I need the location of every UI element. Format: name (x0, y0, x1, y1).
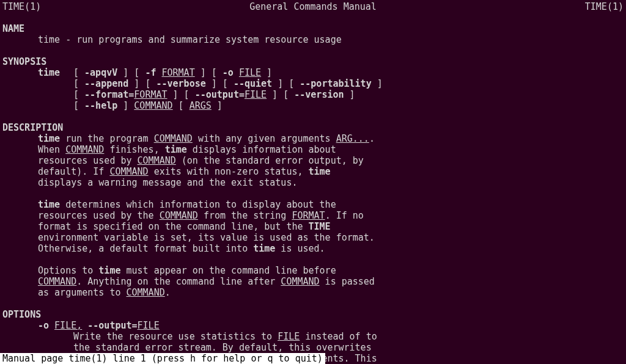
pager-status-bar[interactable]: Manual page time(1) line 1 (press h for … (0, 353, 325, 364)
man-page-content[interactable]: TIME(1) General Commands Manual TIME(1) … (0, 0, 626, 364)
name-heading: NAME (2, 23, 624, 34)
options-heading: OPTIONS (2, 309, 624, 320)
header-right: TIME(1) (585, 1, 624, 12)
synopsis-cmd: time (38, 67, 73, 78)
synopsis-line-1: time[ -apqvV ] [ -f FORMAT ] [ -o FILE ] (2, 67, 624, 78)
option-o-header: -o FILE, --output=FILE (2, 320, 624, 331)
description-p3: Options to time must appear on the comma… (2, 265, 375, 298)
description-p2: time determines which information to dis… (2, 199, 388, 254)
description-heading: DESCRIPTION (2, 122, 624, 133)
section-synopsis: SYNOPSIS time[ -apqvV ] [ -f FORMAT ] [ … (2, 56, 624, 111)
description-p1: time run the program COMMAND with any gi… (2, 133, 375, 188)
header-left: TIME(1) (2, 1, 41, 12)
section-description: DESCRIPTION time run the program COMMAND… (2, 122, 624, 298)
section-name: NAME time - run programs and summarize s… (2, 23, 624, 45)
man-header: TIME(1) General Commands Manual TIME(1) (2, 1, 624, 12)
header-center: General Commands Manual (249, 1, 377, 12)
synopsis-heading: SYNOPSIS (2, 56, 624, 67)
name-text: time - run programs and summarize system… (2, 34, 624, 45)
synopsis-line-2: [ --append ] [ --verbose ] [ --quiet ] [… (2, 78, 624, 89)
synopsis-line-3: [ --format=FORMAT ] [ --output=FILE ] [ … (2, 89, 624, 100)
synopsis-line-4: [ --help ] COMMAND [ ARGS ] (2, 100, 624, 111)
